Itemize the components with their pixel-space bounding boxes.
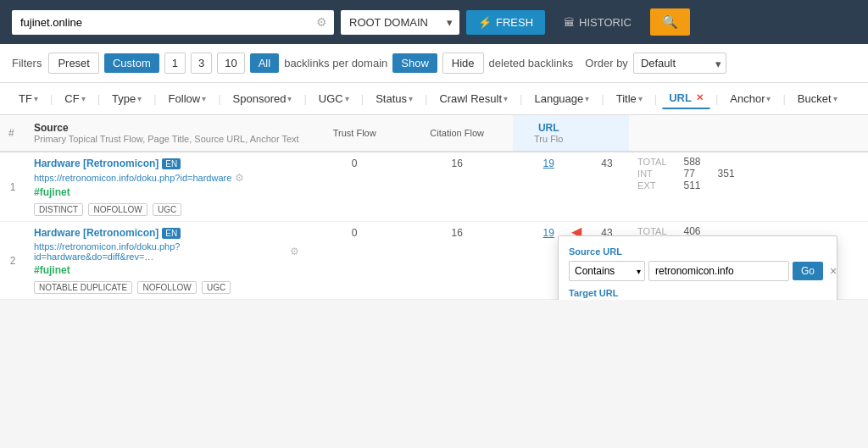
building-icon: 🏛 <box>564 16 575 29</box>
search-input[interactable] <box>12 10 334 35</box>
filter-sponsored[interactable]: Sponsored ▾ <box>226 89 299 108</box>
filter-url[interactable]: URL ✕ <box>662 88 710 109</box>
lang-badge: EN <box>162 228 181 239</box>
tru-flo-val[interactable]: 19 <box>513 152 585 222</box>
url-active-dot: ✕ <box>696 92 704 103</box>
search-button[interactable]: 🔍 <box>650 8 690 36</box>
source-url[interactable]: https://retronomicon.info/doku.php?id=ha… <box>34 173 231 183</box>
backlinks-per-domain-text: backlinks per domain <box>284 57 387 69</box>
table-container: # Source Primary Topical Trust Flow, Pag… <box>0 115 868 300</box>
chevron-icon: ▾ <box>287 94 292 103</box>
trust-flow-val: 0 <box>308 222 402 300</box>
chevron-icon: ▾ <box>504 94 508 103</box>
col-links-header <box>629 115 868 152</box>
fresh-button[interactable]: ⚡ FRESH <box>466 10 545 35</box>
col-url-val <box>585 115 629 152</box>
source-url-input[interactable] <box>648 261 789 281</box>
tag-ugc: UGC <box>202 281 231 294</box>
anchor-text[interactable]: #fujinet <box>34 264 70 276</box>
citation-flow-val: 16 <box>402 152 513 222</box>
filter-cf[interactable]: CF ▾ <box>58 89 92 108</box>
gear-icon[interactable]: ⚙ <box>316 15 327 29</box>
hide-button[interactable]: Hide <box>442 53 484 74</box>
source-url-label: Source URL <box>569 246 826 257</box>
col-filters-bar: TF ▾ | CF ▾ | Type ▾ | Follow ▾ | Sponso… <box>0 83 868 115</box>
table-row: 1 Hardware [Retronomicon] EN https://ret… <box>0 152 868 222</box>
deleted-backlinks-text: deleted backlinks <box>489 57 574 69</box>
source-url-go-button[interactable]: Go <box>793 262 823 280</box>
filters-bar: Filters Preset Custom 1 3 10 All backlin… <box>0 44 868 83</box>
num1-button[interactable]: 1 <box>164 53 186 74</box>
tag-nofollow: NOFOLLOW <box>88 203 147 216</box>
row-num: 2 <box>0 222 25 300</box>
filter-status[interactable]: Status ▾ <box>369 89 420 108</box>
links-summary: TOTAL INT EXT 588 77 511 351 <box>629 152 868 222</box>
chevron-icon: ▾ <box>345 94 349 103</box>
col-source: Source Primary Topical Trust Flow, Page … <box>25 115 308 152</box>
filter-follow[interactable]: Follow ▾ <box>162 89 214 108</box>
filter-crawl-result[interactable]: Crawl Result ▾ <box>432 89 515 108</box>
filter-title[interactable]: Title ▾ <box>609 89 649 108</box>
custom-button[interactable]: Custom <box>104 53 159 73</box>
settings-icon[interactable]: ⚙ <box>290 246 299 257</box>
row-source: Hardware [Retronomicon] EN https://retro… <box>25 222 308 300</box>
all-button[interactable]: All <box>250 53 279 73</box>
chevron-icon: ▾ <box>766 94 771 103</box>
chevron-icon: ▾ <box>34 94 38 103</box>
col-hash: # <box>0 115 25 152</box>
top-bar: ⚙ ROOT DOMAIN DOMAIN SUBDOMAIN EXACT URL… <box>0 0 868 44</box>
filter-anchor[interactable]: Anchor ▾ <box>723 89 777 108</box>
tag-notable-duplicate: NOTABLE DUPLICATE <box>34 281 132 294</box>
chevron-icon: ▾ <box>202 94 206 103</box>
row-num: 1 <box>0 152 25 222</box>
num3-button[interactable]: 3 <box>191 53 212 74</box>
val43: 43 <box>585 152 629 222</box>
url-filter-popup: Source URL Contains Equals Starts with E… <box>558 235 837 300</box>
chevron-icon: ▾ <box>409 94 413 103</box>
anchor-text[interactable]: #fujinet <box>34 186 70 198</box>
chevron-icon: ▾ <box>137 94 142 103</box>
order-select[interactable]: Default Trust Flow Citation Flow Date Fo… <box>633 53 726 74</box>
citation-flow-val: 16 <box>402 222 513 300</box>
chevron-icon: ▾ <box>585 94 589 103</box>
source-url-condition-select[interactable]: Contains Equals Starts with Ends with <box>569 261 645 281</box>
col-citation-flow: Citation Flow <box>402 115 513 152</box>
filter-bucket[interactable]: Bucket ▾ <box>791 89 844 108</box>
target-url-label: Target URL <box>569 288 826 298</box>
order-select-wrap: Default Trust Flow Citation Flow Date Fo… <box>633 53 726 74</box>
lang-badge: EN <box>162 158 181 169</box>
order-label: Order by <box>585 57 628 69</box>
preset-button[interactable]: Preset <box>48 53 99 74</box>
domain-select-wrap: ROOT DOMAIN DOMAIN SUBDOMAIN EXACT URL <box>341 10 459 35</box>
search-input-wrap: ⚙ <box>12 10 334 35</box>
filter-language[interactable]: Language ▾ <box>527 89 596 108</box>
chevron-icon: ▾ <box>81 94 86 103</box>
domain-select[interactable]: ROOT DOMAIN DOMAIN SUBDOMAIN EXACT URL <box>341 10 459 35</box>
source-url[interactable]: https://retronomicon.info/doku.php?id=ha… <box>34 241 287 262</box>
source-link[interactable]: Hardware [Retronomicon] <box>34 158 159 169</box>
filter-type[interactable]: Type ▾ <box>105 89 148 108</box>
chevron-icon: ▾ <box>638 94 643 103</box>
col-tru-flo: URL Tru Flo <box>513 115 585 152</box>
trust-flow-val: 0 <box>308 152 402 222</box>
historic-button[interactable]: 🏛 HISTORIC <box>552 10 643 35</box>
filter-ugc[interactable]: UGC ▾ <box>312 89 356 108</box>
num10-button[interactable]: 10 <box>217 53 244 74</box>
lightning-icon: ⚡ <box>478 16 492 29</box>
close-popup-button[interactable]: × <box>826 264 840 278</box>
filters-label: Filters <box>12 57 42 69</box>
source-link[interactable]: Hardware [Retronomicon] <box>34 227 159 239</box>
show-button[interactable]: Show <box>392 53 437 73</box>
tag-nofollow: NOFOLLOW <box>137 281 196 294</box>
source-url-row: Contains Equals Starts with Ends with Go… <box>569 261 826 281</box>
settings-icon[interactable]: ⚙ <box>235 172 244 184</box>
row-source: Hardware [Retronomicon] EN https://retro… <box>25 152 308 222</box>
col-trust-flow: Trust Flow <box>308 115 402 152</box>
tag-ugc: UGC <box>153 203 181 216</box>
tag-distinct: DISTINCT <box>34 203 83 216</box>
chevron-icon: ▾ <box>833 94 837 103</box>
filter-tf[interactable]: TF ▾ <box>12 89 45 108</box>
